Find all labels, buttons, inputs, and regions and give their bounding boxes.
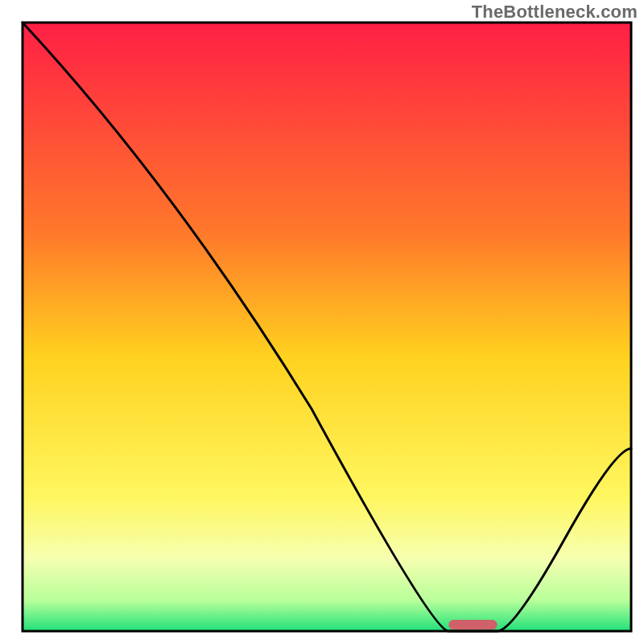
plot-background [23,23,631,631]
chart-svg [0,0,644,644]
optimum-marker [448,620,497,630]
chart-stage: TheBottleneck.com [0,0,644,644]
